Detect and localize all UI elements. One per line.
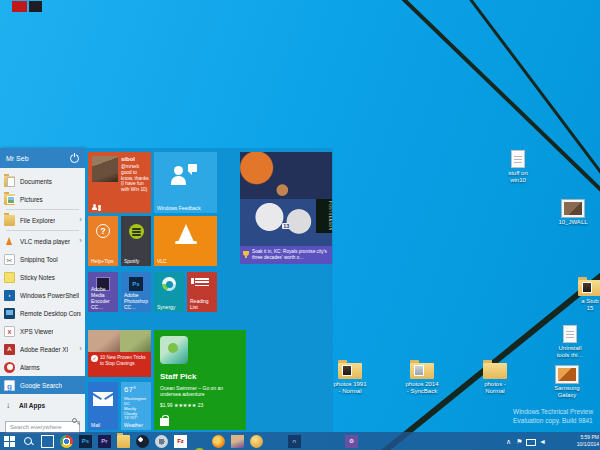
headphones-app-icon[interactable]: ∩: [288, 435, 301, 448]
tile-mail[interactable]: Mail: [88, 382, 118, 430]
desktop-icon-folder[interactable]: photos 2014 - SyncBack: [400, 363, 444, 395]
menu-item-powershell[interactable]: ›Windows PowerShell: [0, 286, 85, 304]
firefox-icon[interactable]: [212, 435, 225, 448]
desktop-icon-label: tools thi…: [548, 352, 592, 359]
desktop-icon-photo[interactable]: Samsung Galaxy: [545, 366, 589, 399]
envelope-icon: [93, 392, 113, 406]
taskbar-clock[interactable]: 5:59 PM 10/1/2014: [553, 434, 599, 448]
user-name[interactable]: Mr Seb: [6, 155, 29, 162]
all-apps-button[interactable]: ↓ All Apps: [0, 398, 85, 412]
photoshop-icon[interactable]: Ps: [79, 435, 92, 448]
windows-desktop: { "colors": { "desktop_blue": "#0da3e8",…: [0, 0, 600, 450]
store-bag-icon: [160, 418, 169, 426]
filezilla-icon[interactable]: Fz: [174, 435, 187, 448]
tile-media-encoder[interactable]: Adobe Media Encoder CC…: [88, 272, 118, 312]
folder-preview: [342, 365, 352, 376]
taskbar-search-icon[interactable]: [22, 435, 35, 448]
desktop-icon-folder-clipped[interactable]: a Stub 15: [568, 280, 600, 312]
desktop-icon-label: Uninstall: [548, 345, 592, 352]
menu-separator: [6, 230, 79, 231]
media-app-icon[interactable]: [155, 435, 168, 448]
steam-icon[interactable]: [136, 435, 149, 448]
tile-windows-feedback[interactable]: Windows Feedback: [154, 152, 217, 213]
remote-desktop-icon: [4, 308, 15, 319]
menu-item-label: Documents: [20, 178, 52, 185]
tweet-message: @mrseb good to know, thanks (I have fun …: [121, 164, 149, 193]
menu-item-snipping-tool[interactable]: ✂Snipping Tool: [0, 250, 85, 268]
gold-app-icon[interactable]: [250, 435, 263, 448]
person-icon: [174, 166, 183, 175]
tile-label: Spotify: [124, 258, 149, 264]
settings-gear-icon[interactable]: ⚙: [345, 435, 358, 448]
menu-item-documents[interactable]: Documents: [0, 172, 85, 190]
character-app-icon[interactable]: [231, 435, 244, 448]
menu-item-label: Pictures: [20, 196, 43, 203]
menu-item-label: File Explorer: [20, 217, 55, 224]
scoreboard-text: POSTSEASON: [316, 199, 332, 233]
menu-item-google-search[interactable]: gGoogle Search: [0, 376, 85, 394]
action-center-flag-icon[interactable]: ⚑: [514, 436, 525, 447]
tile-sports-news[interactable]: POSTSEASON 13 Soak it in, KC: Royals pro…: [240, 152, 332, 264]
hidden-icons-chevron[interactable]: ∧: [503, 436, 514, 447]
menu-item-rdp[interactable]: Remote Desktop Connection: [0, 304, 85, 322]
task-view-icon[interactable]: [41, 435, 54, 448]
tile-health-fitness[interactable]: ✓ 10 New Proven Tricks to Stop Cravings: [88, 330, 151, 377]
start-button[interactable]: [3, 435, 16, 448]
menu-item-vlc[interactable]: VLC media player›: [0, 232, 85, 250]
desktop-icon-folder[interactable]: photos - Normal: [473, 363, 517, 395]
desktop-icon-photo[interactable]: 10_JWALL: [551, 200, 595, 226]
image-file-icon: [556, 366, 578, 383]
menu-item-sticky-notes[interactable]: Sticky Notes: [0, 268, 85, 286]
desktop-icon-folder[interactable]: photos 1991 - Normal: [328, 363, 372, 395]
desktop-icon-label: photos 2014: [400, 381, 444, 388]
menu-item-alarms[interactable]: Alarms: [0, 358, 85, 376]
tile-label: Mail: [91, 422, 116, 428]
desktop-icon-label: a Stub: [568, 298, 600, 305]
volume-icon[interactable]: ◄: [537, 436, 548, 447]
tile-photoshop[interactable]: Ps Adobe Photoshop CC…: [121, 272, 151, 312]
file-explorer-icon[interactable]: [117, 435, 130, 448]
tile-synergy[interactable]: Synergy: [154, 272, 184, 312]
submenu-arrow-icon[interactable]: ›: [79, 216, 82, 224]
app-artwork: [160, 336, 188, 364]
tile-label: Reading List: [190, 298, 215, 310]
chrome-icon[interactable]: [60, 435, 73, 448]
menu-item-label: XPS Viewer: [20, 328, 53, 335]
start-menu-list: Documents Pictures File Explorer› VLC me…: [0, 168, 85, 394]
menu-item-label: Sticky Notes: [20, 274, 55, 281]
desktop-icon-label: Samsung: [545, 385, 589, 392]
start-menu-tiles: sibol @mrseb good to know, thanks (I hav…: [85, 148, 333, 432]
tile-weather[interactable]: 67° Washington DC Mostly Cloudy 74°/57° …: [121, 382, 151, 430]
menu-item-xps-viewer[interactable]: XXPS Viewer: [0, 322, 85, 340]
menu-item-pictures[interactable]: Pictures: [0, 190, 85, 208]
menu-item-file-explorer[interactable]: File Explorer›: [0, 211, 85, 229]
tile-people[interactable]: sibol @mrseb good to know, thanks (I hav…: [88, 152, 151, 213]
image-file-icon: [562, 200, 584, 217]
desktop-icon-doc[interactable]: stuff on win10: [496, 150, 540, 184]
vlc-cone-icon: [4, 236, 15, 247]
tile-spotify[interactable]: Spotify: [121, 216, 151, 266]
menu-item-adobe-reader[interactable]: AAdobe Reader XI›: [0, 340, 85, 358]
desktop-icon-doc[interactable]: Uninstall tools thi…: [548, 325, 592, 359]
start-menu: Mr Seb Documents Pictures File Explorer›…: [0, 148, 85, 432]
store-pick-title: Staff Pick: [160, 372, 196, 381]
alarm-clock-icon: [4, 362, 15, 373]
submenu-arrow-icon[interactable]: ›: [79, 345, 82, 353]
tile-reading-list[interactable]: Reading List: [187, 272, 217, 312]
submenu-arrow-icon[interactable]: ›: [79, 237, 82, 245]
tile-vlc[interactable]: VLC: [154, 216, 217, 266]
premiere-icon[interactable]: Pr: [98, 435, 111, 448]
search-icon[interactable]: [72, 418, 77, 423]
tile-help-tips[interactable]: Help+Tips: [88, 216, 118, 266]
network-icon[interactable]: [525, 438, 536, 449]
desktop-icon-label: Normal: [473, 388, 517, 395]
menu-item-label: Alarms: [20, 364, 40, 371]
menu-item-label: Remote Desktop Connection: [20, 310, 81, 317]
all-apps-arrow-icon: ↓: [6, 401, 15, 410]
search-box: [5, 415, 80, 428]
tile-store[interactable]: Staff Pick Ocean Swimmer – Go on an unde…: [154, 330, 246, 430]
desktop-icon-label: photos 1991: [328, 381, 372, 388]
power-icon[interactable]: [70, 154, 79, 163]
tile-label: Adobe Photoshop CC…: [124, 292, 149, 310]
folder-icon: [410, 363, 434, 379]
